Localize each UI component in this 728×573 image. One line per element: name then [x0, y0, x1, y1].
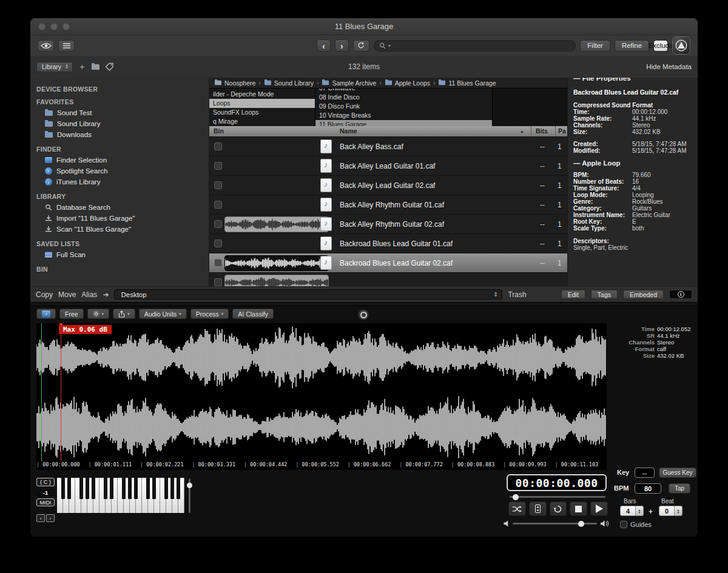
piano-black-key[interactable] [128, 478, 132, 499]
scrub-slider[interactable] [510, 496, 605, 498]
library-popup[interactable]: Library ⇕ [36, 62, 73, 72]
piano-black-key[interactable] [170, 478, 174, 499]
column-header-bits[interactable]: Bits [536, 127, 548, 135]
selection-start-marker[interactable] [41, 323, 42, 461]
embeded-button[interactable]: Embeded [623, 290, 664, 299]
waveform-left-channel[interactable] [36, 323, 607, 392]
key-value-box[interactable]: -- [635, 467, 655, 478]
browser-item[interactable]: q Mirage [209, 117, 315, 126]
breadcrumb-item[interactable]: Apple Loops [385, 79, 430, 87]
browser-item-selected[interactable]: Loops [209, 99, 315, 108]
piano-black-key[interactable] [122, 478, 126, 499]
analyzer-button[interactable]: ♪ [36, 309, 56, 319]
tag-button[interactable] [105, 62, 114, 71]
row-checkbox[interactable] [214, 240, 222, 247]
target-button[interactable] [358, 309, 369, 320]
zoom-button[interactable] [62, 23, 70, 30]
breadcrumb-item[interactable]: Sound Library [264, 79, 314, 87]
destination-popup[interactable]: Desktop ⇕ [114, 289, 502, 300]
table-row[interactable]: Back Alley Rhythm Guitar 01.caf -- 1 [209, 195, 567, 215]
table-row[interactable]: Back Alley Bass.caf -- 1 [209, 137, 567, 156]
stepper-arrows-icon[interactable]: ▲▼ [675, 506, 682, 516]
column-header-bin[interactable]: Bin [214, 127, 224, 135]
piano-black-key[interactable] [67, 478, 71, 499]
filter-button[interactable]: Filter [580, 40, 610, 52]
browser-item[interactable]: ilder - Depeche Mode [209, 90, 315, 99]
piano-black-key[interactable] [92, 478, 95, 499]
row-checkbox[interactable] [214, 278, 222, 286]
sidebar-item-itunes-library[interactable]: ♪iTunes Library [30, 176, 209, 187]
apple-loop-title[interactable]: — Apple Loop [573, 159, 698, 167]
playhead-marker[interactable] [61, 323, 61, 461]
browser-item[interactable]: 09 Disco Funk [315, 102, 492, 111]
column-divider[interactable] [555, 126, 556, 136]
play-button[interactable] [590, 501, 608, 516]
table-row-partial[interactable] [209, 273, 567, 286]
piano-keys[interactable] [57, 478, 184, 513]
row-checkbox[interactable] [214, 259, 222, 267]
column-divider[interactable] [531, 126, 531, 136]
new-folder-button[interactable] [92, 61, 99, 72]
trash-button[interactable]: Trash [508, 290, 526, 299]
stepper-arrows-icon[interactable]: ▲▼ [636, 506, 644, 516]
pitch-slider-knob[interactable] [187, 483, 192, 488]
volume-knob[interactable] [578, 521, 584, 527]
bars-stepper[interactable]: 4 ▲▼ [620, 506, 644, 516]
sidebar-item-database-search[interactable]: Database Search [30, 202, 209, 213]
forward-button[interactable]: › [335, 39, 349, 52]
breadcrumb-item[interactable]: Sample Archive [322, 79, 376, 87]
piano-black-key[interactable] [152, 478, 156, 499]
copy-button[interactable]: Copy [36, 290, 53, 299]
hide-metadata-button[interactable]: Hide Metadata [646, 63, 692, 70]
alias-button[interactable]: Alias [81, 290, 97, 299]
row-checkbox[interactable] [214, 162, 222, 170]
table-row-selected[interactable]: Backroad Blues Lead Guitar 02.caf -- 1 [209, 253, 567, 273]
table-row[interactable]: Back Alley Lead Guitar 02.caf -- 1 [209, 176, 567, 195]
exclude-button[interactable]: Exclude [653, 40, 668, 52]
settings-menu[interactable]: ▾ [87, 309, 110, 319]
process-menu[interactable]: Process▾ [190, 309, 229, 319]
free-button[interactable]: Free [59, 309, 84, 319]
piano-black-key[interactable] [110, 478, 113, 499]
piano-black-key[interactable] [164, 478, 168, 499]
pitch-slider[interactable] [189, 478, 190, 513]
octave-display[interactable]: ( C ) [36, 478, 55, 486]
column-header-pa[interactable]: Pa [558, 127, 566, 135]
table-row[interactable]: Back Alley Rhythm Guitar 02.caf -- 1 [209, 215, 567, 234]
refresh-button[interactable] [353, 40, 369, 52]
refine-button[interactable]: Refine [615, 40, 649, 52]
browser-item[interactable]: 10 Vintage Breaks [315, 111, 492, 120]
guides-checkbox[interactable] [620, 521, 627, 528]
breadcrumb-item[interactable]: Noosphere [214, 79, 255, 87]
column-header-name[interactable]: Name [340, 127, 357, 135]
browser-item-selected[interactable]: 11 Blues Garage [315, 120, 492, 126]
sidebar-item-import[interactable]: Import "11 Blues Garage" [30, 213, 209, 224]
list-view-button[interactable] [58, 40, 75, 52]
tap-button[interactable]: Tap [669, 483, 690, 494]
sidebar-item-downloads[interactable]: Downloads [30, 129, 209, 140]
sidebar-item-sound-test[interactable]: Sound Test [30, 107, 209, 118]
guess-key-button[interactable]: Guess Key [659, 467, 696, 478]
browser-item[interactable]: 08 Indie Disco [315, 93, 492, 102]
title-bar[interactable]: 11 Blues Garage [30, 18, 698, 35]
browser-item[interactable]: 07 Chillwave [315, 89, 492, 93]
row-checkbox[interactable] [214, 181, 222, 189]
waveform-right-channel[interactable] [36, 393, 607, 461]
tags-button[interactable]: Tags [591, 290, 618, 299]
scrub-knob[interactable] [513, 494, 519, 500]
bpm-value-box[interactable]: 80 [635, 483, 661, 494]
table-row[interactable]: Backroad Blues Lead Guitar 01.caf -- 1 [209, 234, 567, 253]
piano-black-key[interactable] [134, 478, 138, 499]
sidebar-item-finder-selection[interactable]: Finder Selection [30, 155, 209, 166]
loop-region-button[interactable] [529, 501, 547, 516]
info-button[interactable]: i [669, 290, 692, 299]
sidebar-item-scan[interactable]: Scan "11 Blues Garage" [30, 224, 209, 235]
piano-black-key[interactable] [61, 478, 65, 499]
next-octave-button[interactable]: › [46, 514, 55, 522]
loop-button[interactable] [550, 501, 567, 516]
row-checkbox[interactable] [214, 201, 222, 209]
midi-button[interactable]: MIDI [36, 498, 55, 506]
close-button[interactable] [38, 23, 46, 30]
move-button[interactable]: Move [58, 290, 76, 299]
piano-black-key[interactable] [146, 478, 150, 499]
